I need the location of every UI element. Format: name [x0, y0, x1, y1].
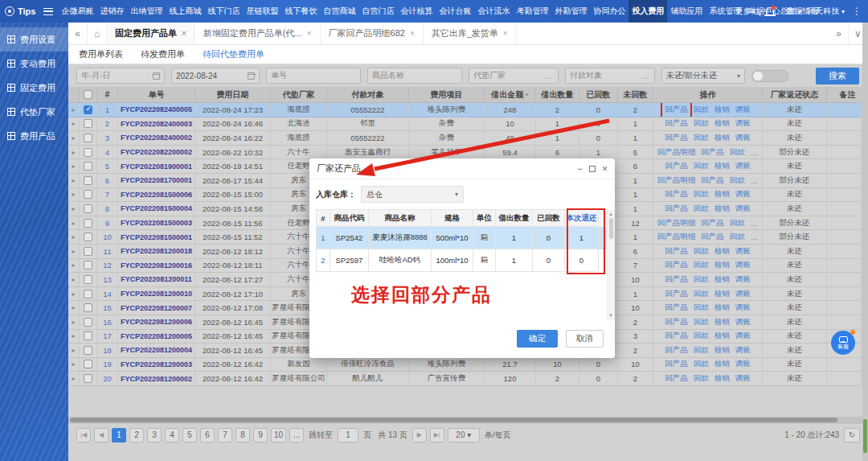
action-link[interactable]: 回产品 [701, 175, 724, 186]
action-link[interactable]: 调账 [735, 133, 751, 143]
close-icon[interactable]: × [307, 29, 312, 38]
action-link[interactable]: 回产品 [665, 260, 688, 270]
last-page-button[interactable]: ▶| [430, 428, 444, 442]
action-link[interactable]: … [751, 148, 759, 157]
action-link[interactable]: 调账 [735, 373, 751, 384]
horizontal-scrollbar[interactable] [68, 417, 868, 424]
expand-icon[interactable]: ▸ [72, 106, 75, 113]
date-start-picker[interactable]: 年-月-日 [76, 68, 165, 84]
action-link[interactable]: 回款 [694, 204, 709, 214]
bell-icon[interactable] [766, 7, 774, 14]
cell-bill-no[interactable]: FYCP2022081200006 [118, 315, 195, 329]
search-button[interactable]: 搜索 [816, 68, 859, 84]
dialog-table-row[interactable]: 1SP2542麦麦沐浴露8888500ml*10箱101 [316, 227, 608, 249]
nav-item[interactable]: 自营门店 [358, 0, 397, 23]
expand-icon[interactable]: ▸ [72, 191, 75, 198]
action-link[interactable]: 调账 [735, 317, 751, 327]
row-checkbox[interactable] [84, 290, 92, 298]
action-link[interactable]: 回款 [694, 317, 709, 327]
action-link[interactable]: 回产品 [665, 105, 688, 115]
row-checkbox[interactable] [84, 204, 92, 213]
collapse-tabs-icon[interactable]: « [68, 23, 88, 44]
cell-bill-no[interactable]: FYCP2022081500003 [118, 216, 195, 230]
action-link[interactable]: 回产品 [701, 147, 724, 158]
row-checkbox[interactable] [84, 190, 92, 199]
row-checkbox[interactable] [84, 119, 92, 128]
action-link[interactable]: 调账 [735, 105, 751, 115]
table-row[interactable]: ▸1FYCP20220824000052022-08-24 17:23海底捞05… [68, 103, 868, 117]
status-select[interactable]: 未还/部分未还▾ [661, 68, 745, 84]
table-row[interactable]: ▸20FYCP20220812000022022-08-12 16:42罗星塔有… [68, 372, 868, 386]
dialog-table-row[interactable]: 2SP2597哇哈哈AD钙100ml*10箱100 [316, 249, 608, 272]
action-link[interactable]: 回产品 [665, 317, 688, 327]
scroll-up-icon[interactable]: ▲ [608, 212, 614, 216]
action-link[interactable]: 调账 [735, 274, 751, 285]
action-link[interactable]: 回款 [694, 189, 709, 200]
page-button[interactable]: 9 [253, 428, 268, 442]
action-link[interactable]: 调账 [735, 359, 751, 369]
expand-icon[interactable]: ▸ [72, 205, 75, 212]
sidebar-item[interactable]: 费用设置 [0, 27, 68, 51]
customer-service-button[interactable]: 客服 [831, 331, 855, 355]
action-link[interactable]: 核销 [714, 204, 730, 214]
table-row[interactable]: ▸19FYCP20220812000032022-08-12 16:42新发园倍… [68, 358, 868, 373]
tab[interactable]: 固定费用产品单× [107, 23, 195, 44]
nav-more[interactable]: 更多 [734, 0, 761, 23]
cell-bill-no[interactable]: FYCP2022082200002 [118, 146, 195, 159]
action-link[interactable]: 回产品 [665, 204, 688, 214]
more-options-icon[interactable]: ⋮ [850, 6, 862, 17]
action-link[interactable]: 核销 [714, 246, 730, 257]
nav-item[interactable]: 辅助应用 [667, 0, 706, 23]
cell-bill-no[interactable]: FYCP2022081200007 [118, 301, 195, 315]
action-link[interactable]: 回产品明细 [657, 232, 696, 242]
row-checkbox[interactable] [84, 105, 92, 114]
expand-icon[interactable]: ▸ [72, 347, 75, 354]
cell-bill-no[interactable]: FYCP2022081200003 [118, 358, 195, 372]
page-button[interactable]: 10 [271, 428, 286, 442]
expand-tabs-icon[interactable]: » [829, 23, 849, 44]
cell-bill-no[interactable]: FYCP2022082400002 [118, 131, 195, 145]
row-checkbox[interactable] [84, 247, 92, 256]
action-link[interactable]: 调账 [735, 204, 751, 214]
bill-no-input[interactable]: 单号 [266, 68, 361, 84]
cell-bill-no[interactable]: FYCP2022081500001 [118, 230, 195, 244]
action-link[interactable]: 回款 [694, 331, 709, 341]
scroll-down-icon[interactable]: ▼ [608, 313, 614, 318]
expand-icon[interactable]: ▸ [72, 134, 75, 142]
action-link[interactable]: 回款 [730, 218, 745, 228]
row-checkbox[interactable] [84, 219, 92, 228]
action-link[interactable]: … [751, 176, 759, 185]
action-link[interactable]: 回产品 [665, 331, 688, 341]
expand-icon[interactable]: ▸ [72, 375, 75, 382]
action-link[interactable]: 回款 [730, 232, 745, 242]
cell-bill-no[interactable]: FYCP2022081200011 [118, 273, 195, 286]
cell-bill-no[interactable]: FYCP2022081900001 [118, 159, 195, 173]
expand-icon[interactable]: ▸ [72, 233, 75, 241]
org-switcher[interactable]: 总部 ▾ [780, 6, 801, 17]
first-page-button[interactable]: |◀ [76, 428, 91, 442]
page-button[interactable]: 5 [182, 428, 197, 442]
action-link[interactable]: 回产品 [665, 274, 688, 285]
action-link[interactable]: 回款 [694, 161, 709, 171]
page-button[interactable]: 7 [218, 428, 232, 442]
row-checkbox[interactable] [84, 346, 92, 355]
cell-bill-no[interactable]: FYCP2022081200004 [118, 344, 195, 357]
expand-icon[interactable]: ▸ [72, 360, 75, 368]
action-link[interactable]: 回款 [694, 359, 709, 369]
action-link[interactable]: 回款 [694, 246, 709, 257]
vendor-input[interactable]: 代垫厂家… [469, 68, 559, 84]
cell-bill-no[interactable]: FYCP2022081200010 [118, 287, 195, 301]
home-icon[interactable]: ⌂ [88, 23, 107, 44]
cell-bill-no[interactable]: FYCP2022081500004 [118, 202, 195, 216]
nav-item[interactable]: 进销存 [96, 0, 127, 23]
action-link[interactable]: 回产品 [665, 133, 688, 143]
payee-input[interactable]: 付款对象… [565, 68, 655, 84]
company-menu[interactable]: 问天科技 ▾ [807, 6, 845, 17]
row-checkbox[interactable] [84, 261, 92, 270]
cell-bill-no[interactable]: FYCP2022081200005 [118, 330, 195, 344]
action-link[interactable]: 回产品 [665, 303, 688, 313]
nav-item[interactable]: 自营商城 [320, 0, 358, 23]
action-link[interactable]: 回产品 [665, 359, 688, 369]
row-checkbox[interactable] [84, 162, 92, 171]
action-link[interactable]: 回产品明细 [657, 175, 696, 186]
